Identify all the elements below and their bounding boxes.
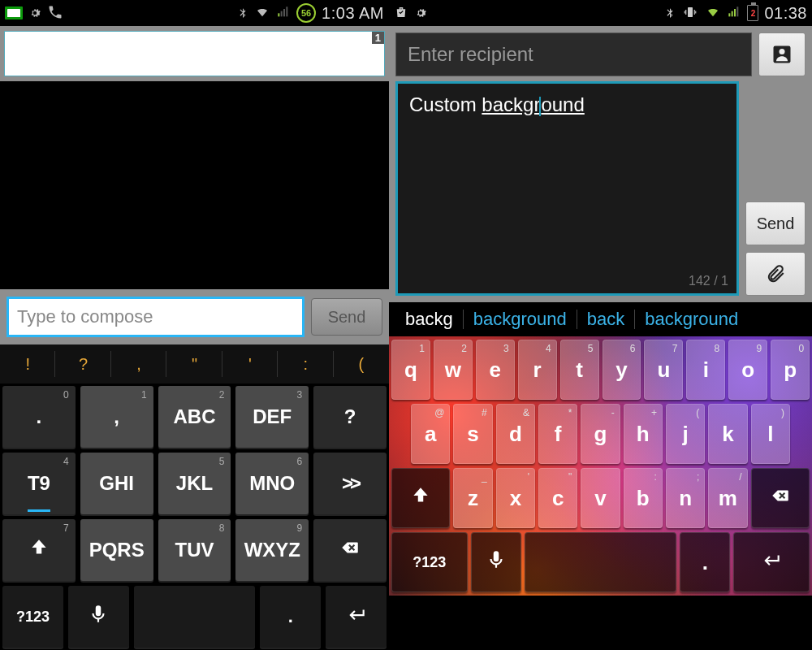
recipient-input[interactable]: Enter recipient [395,32,752,76]
suggestion-bar: backg background back background [389,302,812,336]
key-m[interactable]: /m [708,468,747,528]
key-tuv[interactable]: 8TUV [158,519,231,581]
status-bar-left: 56 1:03 AM [0,0,389,26]
key-shift[interactable]: 7 [2,519,76,581]
key-t[interactable]: 5t [560,340,599,400]
wifi-icon [254,6,270,21]
key-q[interactable]: 1q [391,340,430,400]
key-f[interactable]: *f [538,404,577,464]
key-jkl[interactable]: 5JKL [158,453,231,514]
punct-key[interactable]: : [278,344,333,384]
key-question[interactable]: ? [313,386,387,448]
svg-rect-3 [286,6,287,16]
recipient-bar: 1 [0,26,389,81]
phone-right: 2 01:38 Enter recipient Custom backgroun… [389,0,812,650]
key-enter[interactable] [733,532,810,592]
key-period[interactable]: 0. [2,386,76,448]
clock: 01:38 [764,4,807,23]
key-enter[interactable] [326,586,387,648]
backspace-icon [339,537,361,563]
key-period[interactable]: . [680,532,730,592]
send-button[interactable]: Send [311,298,382,336]
gear-icon [28,6,42,20]
punct-key[interactable]: ' [222,344,278,384]
key-mic[interactable] [68,586,129,648]
key-w[interactable]: 2w [434,340,473,400]
key-c[interactable]: "c [538,468,577,528]
punct-key[interactable]: , [111,344,166,384]
key-period-secondary[interactable]: . [260,586,321,648]
key-abc[interactable]: 2ABC [158,386,231,448]
phone-left: 56 1:03 AM 1 Type to compose Send ! ? , … [0,0,389,650]
key-l[interactable]: )l [751,404,790,464]
key-backspace[interactable] [751,468,810,528]
key-z[interactable]: _z [453,468,492,528]
punct-key[interactable]: ! [0,344,55,384]
punct-key[interactable]: ? [55,344,110,384]
key-def[interactable]: 3DEF [235,386,309,448]
recipient-count-badge: 1 [372,32,384,44]
key-v[interactable]: v [581,468,620,528]
key-g[interactable]: -g [581,404,620,464]
key-n[interactable]: ;n [666,468,705,528]
key-shift[interactable] [391,468,450,528]
battery-indicator: 56 [296,3,316,23]
suggestion[interactable]: background [635,309,748,330]
message-text: Custom [409,93,482,115]
key-next[interactable]: >> [313,453,387,514]
key-r[interactable]: 4r [518,340,557,400]
key-space[interactable] [525,532,676,592]
key-t9-mode[interactable]: 4T9 [2,453,76,514]
punct-key[interactable]: " [166,344,222,384]
key-symbols[interactable]: ?123 [2,586,63,648]
shift-icon [28,537,50,563]
enter-icon [761,549,782,576]
compose-bar: Type to compose Send [0,289,389,344]
key-ghi[interactable]: GHI [80,453,153,514]
key-a[interactable]: @a [411,404,450,464]
phone-call-icon [47,4,63,23]
svg-rect-2 [283,9,285,16]
key-h[interactable]: +h [624,404,663,464]
key-j[interactable]: (j [666,404,705,464]
message-input[interactable]: Custom background 142 / 1 [395,81,739,296]
key-wxyz[interactable]: 9WXYZ [235,519,309,581]
key-x[interactable]: 'x [496,468,535,528]
suggestion[interactable]: back [577,309,634,330]
bluetooth-icon [664,4,676,23]
key-i[interactable]: 8i [686,340,725,400]
key-s[interactable]: #s [453,404,492,464]
key-o[interactable]: 9o [728,340,767,400]
suggestion[interactable]: backg [395,309,463,330]
key-space[interactable] [134,586,256,648]
key-pqrs[interactable]: PQRS [80,519,153,581]
compose-input[interactable]: Type to compose [6,297,304,337]
key-comma[interactable]: 1, [80,386,153,448]
key-symbols[interactable]: ?123 [391,532,468,592]
message-text-composing: backgr [482,93,540,115]
key-k[interactable]: k [708,404,747,464]
key-b[interactable]: :b [624,468,663,528]
backspace-icon [770,485,791,512]
recipient-input[interactable]: 1 [4,31,385,76]
mic-icon [486,549,507,576]
svg-rect-5 [729,13,731,16]
punctuation-row: ! ? , " ' : ( [0,344,389,384]
mic-icon [88,604,109,630]
key-e[interactable]: 3e [476,340,515,400]
key-p[interactable]: 0p [771,340,810,400]
key-backspace[interactable] [313,519,387,581]
key-mic[interactable] [471,532,521,592]
punct-key[interactable]: ( [334,344,389,384]
key-d[interactable]: &d [496,404,535,464]
t9-keyboard: 0. 1, 2ABC 3DEF ? 4T9 GHI 5JKL 6MNO >> 7… [0,384,389,650]
key-u[interactable]: 7u [644,340,683,400]
suggestion[interactable]: background [464,309,577,330]
key-y[interactable]: 6y [603,340,641,400]
paperclip-icon [765,263,786,284]
gmail-icon [5,6,23,20]
key-mno[interactable]: 6MNO [235,453,309,514]
attach-button[interactable] [745,252,806,296]
send-button[interactable]: Send [745,202,806,245]
pick-contact-button[interactable] [758,32,806,76]
